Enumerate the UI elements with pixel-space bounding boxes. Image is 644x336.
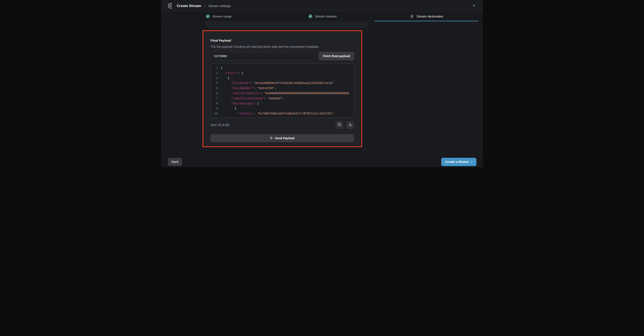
stepper: Stream rangeStream dataset3Stream destin… (161, 12, 483, 21)
previous-section-card (206, 21, 368, 28)
close-button[interactable]: ✕ (471, 3, 476, 9)
step-complete-check-icon (206, 14, 210, 18)
stepper-step-2[interactable]: Stream dataset (270, 12, 374, 21)
payload-size-row: Size: 61.9 KB (210, 121, 354, 129)
line-number: 7 (211, 96, 218, 101)
step-complete-check-icon (308, 14, 312, 18)
main-content: Final Payload The full payload including… (161, 21, 483, 156)
create-stream-button[interactable]: Create a Stream › (441, 158, 476, 166)
code-line: 1{ (211, 66, 354, 70)
line-number: 5 (211, 86, 218, 91)
send-payload-label: Send Payload (275, 136, 294, 140)
code-text: "blockHash": "0xe2a6d6604c8ffa5b33811038… (218, 80, 333, 86)
code-line: 7 "cumulativeGasUsed": "0x8de07", (211, 96, 354, 101)
send-payload-button[interactable]: Send Payload (210, 134, 354, 142)
download-icon (348, 123, 352, 127)
download-button[interactable] (346, 121, 354, 129)
code-text: "address": "0x760AfE86e5de5fa0Ee542fc7B7… (218, 111, 333, 116)
final-payload-description: The full payload including all matching … (210, 45, 354, 48)
block-number-input[interactable] (210, 52, 315, 60)
step-label: Stream dataset (315, 14, 337, 18)
app-header: Create Stream › Stream settings ✕ (161, 0, 483, 12)
code-text: "result": [ (218, 70, 243, 76)
line-number: 1 (211, 66, 218, 70)
step-number-badge: 3 (410, 14, 414, 18)
code-text: "blockNumber": "0x9cd7d4", (218, 86, 276, 91)
fetch-final-payload-button[interactable]: Fetch final payload (318, 52, 354, 60)
code-text: { (218, 76, 230, 81)
code-text: { (218, 106, 236, 111)
step-label: Stream destination (416, 14, 443, 18)
code-line: 10 "address": "0x760AfE86e5de5fa0Ee542fc… (211, 111, 354, 116)
code-line: 3 { (211, 76, 354, 81)
copy-icon (338, 123, 342, 127)
line-number: 4 (211, 80, 218, 86)
code-line: 5 "blockNumber": "0x9cd7d4", (211, 86, 354, 91)
line-number: 9 (211, 106, 218, 111)
code-line: 8 "decodedLogs": [ (211, 101, 354, 106)
code-line: 4 "blockHash": "0xe2a6d6604c8ffa5b338110… (211, 80, 354, 86)
create-stream-window: Create Stream › Stream settings ✕ Stream… (161, 0, 483, 168)
code-text: "cumulativeGasUsed": "0x8de07", (218, 96, 285, 101)
back-button[interactable]: Back (168, 158, 182, 166)
chevron-right-icon: › (471, 160, 472, 164)
line-number: 6 (211, 91, 218, 96)
line-number: 8 (211, 101, 218, 106)
code-line: 6 "contractAddress": "0x0000000000000000… (211, 91, 354, 96)
breadcrumb-chevron-icon: › (204, 4, 206, 8)
code-line: 9 { (211, 106, 354, 111)
block-input-row: Fetch final payload (210, 52, 354, 60)
payload-action-buttons (336, 121, 354, 129)
payload-code-block[interactable]: 1{2 "result": [3 {4 "blockHash": "0xe2a6… (210, 63, 354, 118)
code-text: "contractAddress": "0x000000000000000000… (218, 91, 349, 96)
payload-size-label: Size: 61.9 KB (210, 123, 229, 127)
footer-bar: Back Create a Stream › (161, 156, 483, 168)
code-line: 2 "result": [ (211, 70, 354, 76)
breadcrumb: Stream settings (208, 4, 230, 8)
highlight-outline: Final Payload The full payload including… (202, 30, 362, 147)
copy-button[interactable] (336, 121, 344, 129)
stepper-step-3[interactable]: 3Stream destination (374, 12, 478, 21)
code-text: "decodedLogs": [ (218, 101, 259, 106)
code-text: { (218, 66, 222, 70)
line-number: 3 (211, 76, 218, 81)
page-title: Create Stream (177, 4, 201, 8)
final-payload-card: Final Payload The full payload including… (204, 32, 360, 146)
line-number: 2 (211, 70, 218, 76)
step-label: Stream range (212, 14, 232, 18)
play-icon (270, 136, 273, 140)
create-stream-label: Create a Stream (445, 160, 469, 164)
line-number: 10 (211, 111, 218, 116)
stepper-step-1[interactable]: Stream range (167, 12, 270, 21)
final-payload-title: Final Payload (210, 38, 354, 42)
app-logo-icon (168, 3, 174, 8)
